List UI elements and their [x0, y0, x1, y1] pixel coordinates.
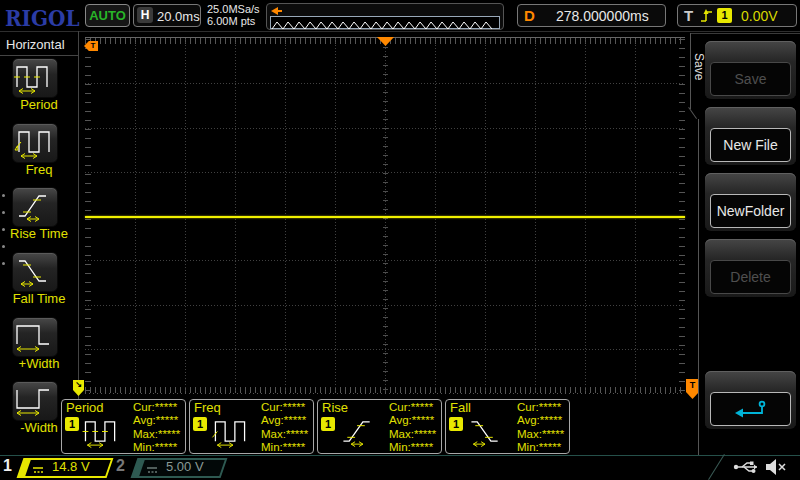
scroll-dot	[2, 262, 5, 265]
freq-icon	[208, 414, 252, 453]
minus-width-icon	[13, 382, 55, 418]
right-menu-border	[698, 119, 699, 456]
waveform-memory-bar	[266, 3, 504, 30]
rise-time-icon	[336, 414, 380, 453]
oscilloscope-screen: RIGOL AUTO H 20.0ms 25.0MSa/s 6.00M pts …	[0, 0, 800, 480]
freq-icon	[13, 124, 55, 160]
softkey-save[interactable]: Save	[705, 41, 796, 99]
channel2-wedge	[132, 460, 145, 476]
sidebar-item-rise-time[interactable]	[12, 187, 58, 227]
rigol-logo: RIGOL	[5, 4, 80, 32]
fall-time-icon	[13, 253, 55, 289]
measurement-panel-rise[interactable]: Rise 1 Cur:***** Avg:***** Max:***** Min…	[317, 399, 442, 454]
period-icon	[13, 59, 55, 95]
measurement-channel-badge: 1	[65, 417, 79, 431]
save-button[interactable]: Save	[710, 62, 791, 96]
memory-waveform-icon	[270, 16, 500, 29]
measurement-stats: Cur:***** Avg:***** Max:***** Min:*****	[517, 401, 564, 455]
sidebar-item-fall-time-label: Fall Time	[0, 291, 78, 306]
softkey-new-folder[interactable]: NewFolder	[705, 173, 796, 231]
channel1-trace	[85, 216, 685, 218]
delete-button[interactable]: Delete	[710, 260, 791, 294]
memory-depth: 6.00M pts	[207, 15, 260, 27]
left-menu-title-separator	[0, 55, 78, 56]
new-folder-button[interactable]: NewFolder	[710, 194, 791, 228]
left-menu-border	[78, 31, 79, 399]
trigger-delay-box: D 278.000000ms	[517, 4, 666, 27]
trigger-label: T	[684, 7, 693, 24]
measurement-name: Freq	[194, 400, 221, 415]
rise-time-icon	[13, 188, 55, 224]
channel2-coupling-icon	[146, 461, 158, 471]
channel1-scale: 14.8 V	[52, 459, 90, 474]
topbar-separator	[0, 31, 800, 32]
sidebar-item-plus-width-label: +Width	[0, 356, 78, 371]
acquisition-info: 25.0MSa/s 6.00M pts	[207, 3, 260, 27]
timebase-value: 20.0ms	[157, 9, 200, 24]
memory-position-arrow-icon	[271, 7, 278, 15]
scroll-dot	[2, 228, 5, 231]
measurement-name: Period	[66, 400, 104, 415]
usb-icon	[733, 459, 761, 479]
trigger-level-value: 0.00V	[741, 8, 778, 24]
right-menu-tab-label: Save	[692, 53, 706, 80]
statusbar-divider	[708, 454, 725, 480]
sidebar-item-rise-time-label: Rise Time	[0, 226, 78, 241]
sidebar-item-minus-width[interactable]	[12, 381, 58, 421]
back-button[interactable]	[710, 392, 791, 426]
h-label: H	[137, 7, 153, 23]
left-menu-title: Horizontal	[6, 37, 65, 52]
scroll-dot	[2, 245, 5, 248]
sidebar-item-period-label: Period	[0, 97, 78, 112]
sidebar-item-plus-width[interactable]	[12, 317, 58, 357]
horizontal-timebase-box: H 20.0ms	[133, 4, 201, 27]
sidebar-item-freq-label: Freq	[0, 162, 78, 177]
delay-label: D	[524, 7, 535, 24]
measurement-panel-freq[interactable]: Freq 1 Cur:***** Avg:***** Max:***** Min…	[189, 399, 314, 454]
sample-rate: 25.0MSa/s	[207, 3, 260, 15]
grid-bottom-border	[85, 393, 685, 394]
softkey-new-file[interactable]: New File	[705, 107, 796, 165]
measurement-stats: Cur:***** Avg:***** Max:***** Min:*****	[261, 401, 308, 455]
sidebar-item-fall-time[interactable]	[12, 252, 58, 292]
new-file-button[interactable]: New File	[710, 128, 791, 162]
trigger-status-box: T 1 0.00V	[677, 4, 797, 27]
sidebar-item-freq[interactable]	[12, 123, 58, 163]
channel2-number: 2	[116, 457, 125, 475]
scroll-dot	[2, 194, 5, 197]
memory-position-arrow-tail	[278, 10, 282, 12]
delay-value: 278.000000ms	[556, 8, 649, 24]
softkey-delete[interactable]: Delete	[705, 239, 796, 297]
measurement-stats: Cur:***** Avg:***** Max:***** Min:*****	[133, 401, 180, 455]
measurement-name: Fall	[450, 400, 471, 415]
right-menu-tab-border	[690, 33, 691, 109]
return-arrow-icon	[731, 398, 771, 420]
auto-status-badge: AUTO	[85, 4, 130, 27]
right-menu-top-border	[690, 33, 800, 34]
measurement-panel-fall[interactable]: Fall 1 Cur:***** Avg:***** Max:***** Min…	[445, 399, 570, 454]
measurement-channel-badge: 1	[193, 417, 207, 431]
measurement-name: Rise	[322, 400, 348, 415]
measurement-channel-badge: 1	[449, 417, 463, 431]
channel2-scale: 5.00 V	[166, 459, 204, 474]
measurement-channel-badge: 1	[321, 417, 335, 431]
statusbar-separator	[0, 455, 800, 456]
plus-width-icon	[13, 318, 55, 354]
fall-time-icon	[464, 414, 508, 453]
period-icon	[80, 414, 124, 453]
channel1-offset-icon[interactable]: ↘	[73, 380, 84, 396]
scroll-dot	[2, 211, 5, 214]
channel1-number: 1	[3, 457, 12, 475]
rising-edge-icon	[700, 8, 714, 27]
speaker-muted-icon	[764, 458, 788, 480]
measurement-panel-period[interactable]: Period 1 Cur:***** Avg:***** Max:***** M…	[61, 399, 186, 454]
sidebar-item-period[interactable]	[12, 58, 58, 98]
measurement-stats: Cur:***** Avg:***** Max:***** Min:*****	[389, 401, 436, 455]
channel1-wedge	[18, 460, 31, 476]
channel1-coupling-icon	[32, 461, 44, 471]
trigger-source-badge: 1	[717, 8, 732, 23]
right-menu-tab-diagonal	[688, 107, 697, 119]
softkey-back[interactable]	[705, 371, 796, 429]
